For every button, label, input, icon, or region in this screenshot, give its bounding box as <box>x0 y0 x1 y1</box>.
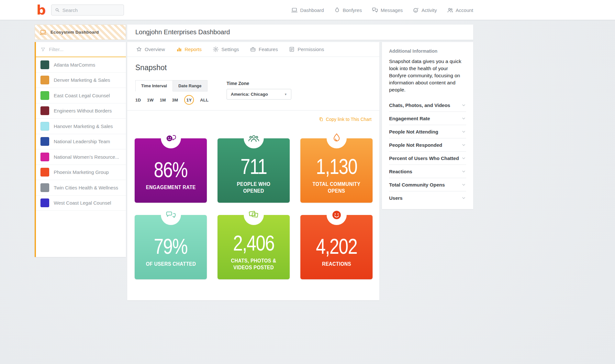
metric-label: CHATS, PHOTOS & VIDEOS POSTED <box>226 258 281 271</box>
search-input[interactable] <box>62 7 120 13</box>
dashboard-title-bar: Longjohn Enterprises Dashboard <box>127 25 473 40</box>
metric-label: PEOPLE WHO OPENED <box>226 181 281 195</box>
nav-account[interactable]: Account <box>447 7 473 14</box>
card-icon-bubble <box>327 128 347 148</box>
chevron-down-icon <box>461 196 466 200</box>
copy-link-label: Copy link to This Chart <box>326 117 372 122</box>
tab-label: Permissions <box>297 47 324 52</box>
info-item-total-community-opens[interactable]: Total Community Opens <box>389 178 466 191</box>
range-tabs: Time Interval Date Range <box>135 80 207 91</box>
nav-dashboard[interactable]: Dashboard <box>291 7 324 14</box>
briefcase-icon <box>250 46 256 52</box>
chat-bubbles-icon <box>165 209 177 221</box>
copy-icon <box>319 117 324 122</box>
photos-icon <box>248 209 260 221</box>
sidebar-item-engineers-without-borders[interactable]: Engineers Without Borders <box>36 103 126 119</box>
sidebar-item-atlanta-marcomms[interactable]: Atlanta MarComms <box>36 57 126 73</box>
interval-1y-selected[interactable]: 1Y <box>184 95 194 105</box>
metric-label: OF USERS CHATTED <box>146 261 196 268</box>
community-avatar <box>40 106 49 115</box>
interval-1m[interactable]: 1M <box>160 98 166 102</box>
info-item-percent-users-chatted[interactable]: Percent of Users Who Chatted <box>389 152 466 165</box>
tab-permissions[interactable]: Permissions <box>283 42 330 57</box>
dropdown-caret-icon: ▼ <box>284 93 287 96</box>
info-item-users[interactable]: Users <box>389 191 466 205</box>
sidebar-item-national-womens-resource[interactable]: National Women’s Resource... <box>36 149 126 165</box>
gear-icon <box>213 46 219 52</box>
timezone-select[interactable]: America: Chicago ▼ <box>227 89 291 100</box>
metric-value: 79% <box>154 236 187 257</box>
copy-link-button[interactable]: Copy link to This Chart <box>319 117 372 122</box>
bonfyre-logo[interactable]: b <box>37 4 46 16</box>
info-item-label: Percent of Users Who Chatted <box>389 155 459 161</box>
sidebar-item-twin-cities-health-wellness[interactable]: Twin Cities Health & Wellness <box>36 180 126 196</box>
nav-label: Messages <box>381 7 403 13</box>
nav-bonfyres[interactable]: Bonfyres <box>334 7 362 14</box>
flame-icon <box>331 133 342 144</box>
community-label: National Women’s Resource... <box>54 154 119 160</box>
info-item-people-not-attending[interactable]: People Not Attending <box>389 125 466 138</box>
community-sidebar: Atlanta MarComms Denver Marketing & Sale… <box>35 42 126 257</box>
topbar-nav: Dashboard Bonfyres Messages Activity Acc… <box>291 7 473 14</box>
info-item-reactions[interactable]: Reactions <box>389 165 466 178</box>
info-accordion-list: Chats, Photos, and Videos Engagement Rat… <box>389 99 466 205</box>
sidebar-item-phoenix-marketing-group[interactable]: Phoenix Marketing Group <box>36 165 126 180</box>
tab-time-interval[interactable]: Time Interval <box>135 80 173 91</box>
info-item-chats-photos-videos[interactable]: Chats, Photos, and Videos <box>389 99 466 112</box>
sidebar-item-denver-marketing-sales[interactable]: Denver Marketing & Sales <box>36 73 126 88</box>
nav-activity[interactable]: Activity <box>412 7 437 14</box>
tab-reports[interactable]: Reports <box>171 42 207 57</box>
filter-input[interactable] <box>49 47 121 52</box>
search-box[interactable] <box>51 5 124 16</box>
info-item-people-not-responded[interactable]: People Not Responded <box>389 138 466 152</box>
sidebar-item-east-coast-legal-counsel[interactable]: East Coast Legal Counsel <box>36 88 126 103</box>
metric-card-chats-photos-videos: 2,406 CHATS, PHOTOS & VIDEOS POSTED <box>218 215 290 279</box>
community-label: East Coast Legal Counsel <box>54 93 110 98</box>
sidebar-item-national-leadership-team[interactable]: National Leadership Team <box>36 134 126 150</box>
community-label: Denver Marketing & Sales <box>54 77 110 83</box>
chevron-down-icon <box>461 143 466 147</box>
chevron-down-icon <box>461 182 466 187</box>
community-avatar <box>40 137 49 146</box>
sidebar-item-hanover-marketing-sales[interactable]: Hanover Marketing & Sales <box>36 119 126 134</box>
smiley-icon <box>331 209 342 221</box>
community-avatar <box>40 198 49 207</box>
tab-label: Overview <box>145 47 165 52</box>
interval-1w[interactable]: 1W <box>147 98 153 102</box>
smiley-sparkle-icon <box>412 7 419 14</box>
interval-1d[interactable]: 1D <box>135 98 141 102</box>
tab-overview[interactable]: Overview <box>130 42 171 57</box>
star-icon <box>136 46 142 52</box>
tab-settings[interactable]: Settings <box>207 42 244 57</box>
interval-3m[interactable]: 3M <box>172 98 178 102</box>
community-avatar <box>40 122 49 131</box>
nav-messages[interactable]: Messages <box>372 7 403 14</box>
community-label: Phoenix Marketing Group <box>54 169 109 175</box>
metric-value: 4,202 <box>316 236 357 257</box>
metric-cards-grid: 86% ENGAGEMENT RATE 711 PEOPLE WHO OPENE… <box>135 138 373 279</box>
interval-all[interactable]: ALL <box>200 98 208 102</box>
community-label: National Leadership Team <box>54 139 110 144</box>
info-panel-title: Additional Information <box>389 48 466 54</box>
community-label: Hanover Marketing & Sales <box>54 123 113 129</box>
info-item-label: Engagement Rate <box>389 116 430 121</box>
nav-label: Dashboard <box>300 7 324 13</box>
chevron-down-icon <box>461 116 466 121</box>
tab-label: Settings <box>221 47 239 52</box>
ecosystem-dashboard-header[interactable]: Ecosystem Dashboard <box>35 25 126 40</box>
flame-icon <box>334 7 341 14</box>
info-item-engagement-rate[interactable]: Engagement Rate <box>389 112 466 125</box>
info-panel-description: Snapshot data gives you a quick look int… <box>389 58 466 93</box>
metric-card-users-chatted: 79% OF USERS CHATTED <box>135 215 207 279</box>
metric-value: 1,130 <box>316 156 357 177</box>
funnel-icon <box>40 47 46 52</box>
tab-date-range[interactable]: Date Range <box>173 80 207 91</box>
metric-card-people-who-opened: 711 PEOPLE WHO OPENED <box>218 138 290 203</box>
timezone-value: America: Chicago <box>231 92 268 97</box>
metric-value: 711 <box>240 156 267 177</box>
filter-row[interactable] <box>36 42 126 57</box>
chevron-down-icon <box>461 129 466 134</box>
sidebar-item-west-coast-legal-counsel[interactable]: West Coast Legal Counsel <box>36 196 126 211</box>
tab-features[interactable]: Features <box>244 42 283 57</box>
info-item-label: Total Community Opens <box>389 182 445 187</box>
